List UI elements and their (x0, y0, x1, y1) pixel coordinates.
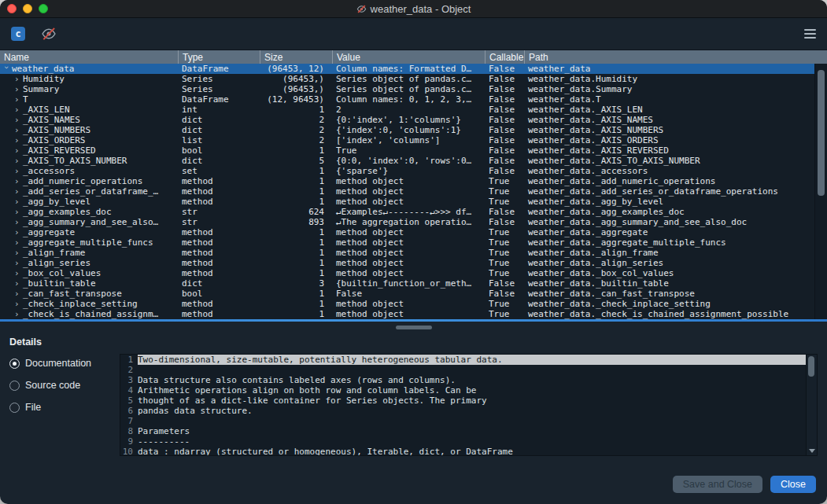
doc-vertical-scrollbar[interactable] (806, 355, 817, 455)
line-text (138, 365, 817, 375)
row-size-cell: 1 (260, 145, 332, 156)
expand-chevron-icon[interactable]: › (14, 309, 23, 319)
table-row[interactable]: ›_AXIS_LENint12Falseweather_data._AXIS_L… (0, 105, 814, 115)
expand-chevron-icon[interactable]: › (14, 217, 23, 227)
splitter-handle[interactable] (0, 322, 827, 333)
expand-chevron-icon[interactable]: › (14, 207, 23, 217)
table-row[interactable]: ›_check_inplace_settingmethod1method obj… (0, 299, 814, 309)
table-row[interactable]: ›SummarySeries(96453,)Series object of p… (0, 84, 814, 94)
row-callable-cell: True (485, 186, 524, 197)
show-special-attributes-button[interactable] (39, 24, 58, 43)
doc-line: 8Parameters (120, 426, 817, 436)
line-number: 9 (120, 436, 138, 447)
expand-chevron-icon[interactable]: › (14, 227, 23, 237)
expand-chevron-icon[interactable]: › (14, 105, 23, 115)
expand-chevron-icon[interactable]: › (14, 268, 23, 278)
table-row[interactable]: ›TDataFrame(12, 96453)Column names: 0, 1… (0, 94, 814, 105)
expand-chevron-icon[interactable]: › (14, 258, 23, 268)
row-value-cell: method object (332, 309, 485, 319)
row-value-cell: method object (332, 237, 485, 248)
table-row[interactable]: ›_can_fast_transposebool1FalseFalseweath… (0, 289, 814, 299)
row-size-cell: 2 (260, 125, 332, 135)
row-callable-cell: False (485, 207, 524, 217)
column-header-type[interactable]: Type (178, 50, 260, 64)
table-row[interactable]: ›_agg_summary_and_see_also…str893↵The ag… (0, 217, 814, 227)
table-row[interactable]: ›_AXIS_NUMBERSdict2{'index':0, 'columns'… (0, 125, 814, 135)
row-callable-cell: False (485, 94, 524, 105)
table-row[interactable]: ›HumiditySeries(96453,)Series object of … (0, 74, 814, 84)
minimize-window-button[interactable] (23, 4, 32, 13)
table-vertical-scrollbar[interactable] (814, 64, 827, 319)
expand-chevron-icon[interactable]: › (14, 278, 23, 289)
table-row[interactable]: ›_AXIS_ORDERSlist2['index', 'columns']Fa… (0, 135, 814, 145)
close-button[interactable]: Close (770, 476, 816, 493)
expand-chevron-icon[interactable]: › (14, 237, 23, 248)
expand-chevron-icon[interactable]: › (2, 65, 12, 74)
show-callable-attributes-button[interactable]: c (9, 25, 27, 42)
row-type-cell: DataFrame (178, 94, 260, 105)
expand-chevron-icon[interactable]: › (14, 135, 23, 145)
expand-chevron-icon[interactable]: › (14, 74, 23, 84)
table-row[interactable]: ›_add_series_or_dataframe_…method1method… (0, 186, 814, 197)
save-and-close-button[interactable]: Save and Close (673, 476, 762, 493)
expand-chevron-icon[interactable]: › (14, 94, 23, 105)
row-path-cell: weather_data._aggregate_multiple_funcs (524, 237, 814, 248)
expand-chevron-icon[interactable]: › (14, 289, 23, 299)
table-row[interactable]: ›_AXIS_REVERSEDbool1TrueFalseweather_dat… (0, 145, 814, 156)
expand-chevron-icon[interactable]: › (14, 125, 23, 135)
table-row[interactable]: ›_agg_by_levelmethod1method objectTruewe… (0, 197, 814, 207)
table-row[interactable]: ›_accessorsset1{'sparse'}Falseweather_da… (0, 166, 814, 176)
scroll-down-arrow-icon[interactable] (809, 449, 815, 453)
expand-chevron-icon[interactable]: › (14, 197, 23, 207)
close-window-button[interactable] (7, 4, 17, 13)
row-callable-cell: False (485, 105, 524, 115)
column-header-value[interactable]: Value (332, 50, 485, 64)
row-name: _AXIS_REVERSED (23, 145, 96, 156)
table-row[interactable]: ›_AXIS_TO_AXIS_NUMBERdict5{0:0, 'index':… (0, 156, 814, 166)
table-row[interactable]: ›_align_seriesmethod1method objectTruewe… (0, 258, 814, 268)
expand-chevron-icon[interactable]: › (14, 299, 23, 309)
table-row[interactable]: ›_agg_examples_docstr624↵Examples↵------… (0, 207, 814, 217)
radio-source-code[interactable]: Source code (9, 380, 120, 391)
column-header-size[interactable]: Size (260, 50, 332, 64)
row-name-cell: ›weather_data (0, 64, 178, 74)
row-callable-cell: True (485, 237, 524, 248)
expand-chevron-icon[interactable]: › (14, 176, 23, 186)
table-row[interactable]: ›_aggregate_multiple_funcsmethod1method … (0, 237, 814, 248)
row-name: _check_inplace_setting (23, 299, 138, 309)
zoom-window-button[interactable] (39, 4, 48, 13)
row-size-cell: 1 (260, 299, 332, 309)
row-callable-cell: True (485, 268, 524, 278)
table-row[interactable]: ›_box_col_valuesmethod1method objectTrue… (0, 268, 814, 278)
expand-chevron-icon[interactable]: › (14, 145, 23, 156)
expand-chevron-icon[interactable]: › (14, 156, 23, 166)
row-value-cell: ↵The aggregation operatio… (332, 217, 485, 227)
expand-chevron-icon[interactable]: › (14, 248, 23, 258)
column-header-path[interactable]: Path (524, 50, 827, 64)
radio-documentation[interactable]: Documentation (9, 358, 120, 369)
table-row[interactable]: ›_aggregatemethod1method objectTrueweath… (0, 227, 814, 237)
column-header-callable[interactable]: Callable (485, 50, 524, 64)
documentation-viewer[interactable]: 1Two-dimensional, size-mutable, potentia… (120, 354, 818, 456)
expand-chevron-icon[interactable]: › (14, 84, 23, 94)
callable-icon: c (11, 27, 25, 41)
table-row[interactable]: ›weather_dataDataFrame(96453, 12)Column … (0, 64, 814, 74)
line-number: 7 (120, 416, 138, 426)
table-row[interactable]: ›_builtin_tabledict3{builtin_function_or… (0, 278, 814, 289)
options-menu-button[interactable] (803, 28, 818, 40)
table-row[interactable]: ›_check_is_chained_assignm…method1method… (0, 309, 814, 319)
expand-chevron-icon[interactable]: › (14, 115, 23, 125)
expand-chevron-icon[interactable]: › (14, 166, 23, 176)
row-size-cell: 3 (260, 278, 332, 289)
expand-chevron-icon[interactable]: › (14, 186, 23, 197)
line-number: 3 (120, 375, 138, 385)
column-header-name[interactable]: Name (0, 50, 178, 64)
table-row[interactable]: ›_add_numeric_operationsmethod1method ob… (0, 176, 814, 186)
table-row[interactable]: ›_align_framemethod1method objectTruewea… (0, 248, 814, 258)
radio-file[interactable]: File (9, 402, 120, 413)
table-row[interactable]: ›_AXIS_NAMESdict2{0:'index', 1:'columns'… (0, 115, 814, 125)
scrollbar-thumb[interactable] (818, 70, 825, 196)
row-size-cell: 2 (260, 115, 332, 125)
row-callable-cell: False (485, 84, 524, 94)
doc-scrollbar-thumb[interactable] (808, 356, 814, 377)
